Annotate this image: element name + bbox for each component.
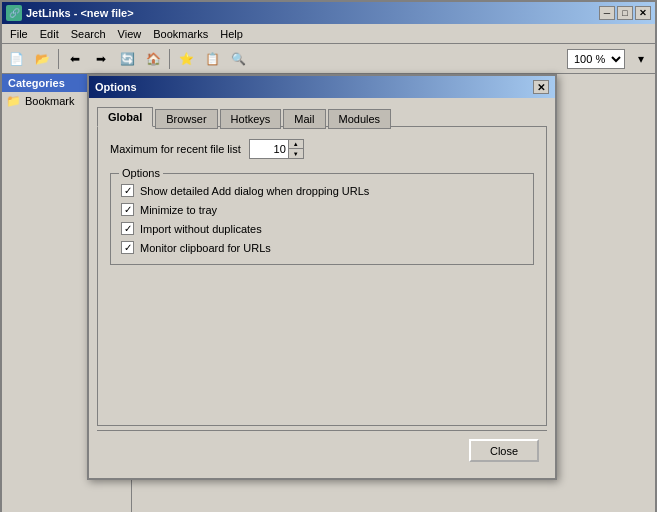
tab-global[interactable]: Global bbox=[97, 107, 153, 127]
checkbox-1[interactable]: ✓ bbox=[121, 203, 134, 216]
checkbox-row-3: ✓ Monitor clipboard for URLs bbox=[121, 241, 523, 254]
checkbox-label-0: Show detailed Add dialog when dropping U… bbox=[140, 185, 369, 197]
spinbox-arrows: ▲ ▼ bbox=[289, 139, 304, 159]
checkbox-label-2: Import without duplicates bbox=[140, 223, 262, 235]
checkbox-2[interactable]: ✓ bbox=[121, 222, 134, 235]
recent-file-row: Maximum for recent file list ▲ ▼ bbox=[110, 139, 534, 159]
checkbox-row-0: ✓ Show detailed Add dialog when dropping… bbox=[121, 184, 523, 197]
checkbox-3[interactable]: ✓ bbox=[121, 241, 134, 254]
modal-overlay: Options ✕ Global Browser Hotkeys Mail Mo… bbox=[2, 2, 655, 510]
checkbox-row-2: ✓ Import without duplicates bbox=[121, 222, 523, 235]
dialog-title-text: Options bbox=[95, 81, 137, 93]
tab-browser[interactable]: Browser bbox=[155, 109, 217, 129]
spin-down-button[interactable]: ▼ bbox=[289, 149, 303, 158]
recent-file-spinbox: ▲ ▼ bbox=[249, 139, 304, 159]
dialog-body: Global Browser Hotkeys Mail Modules Maxi… bbox=[89, 98, 555, 478]
checkbox-0[interactable]: ✓ bbox=[121, 184, 134, 197]
tab-bar: Global Browser Hotkeys Mail Modules bbox=[97, 106, 547, 126]
recent-file-label: Maximum for recent file list bbox=[110, 143, 241, 155]
options-group-label: Options bbox=[119, 167, 163, 179]
dialog-footer: Close bbox=[97, 430, 547, 470]
tab-hotkeys[interactable]: Hotkeys bbox=[220, 109, 282, 129]
tab-mail[interactable]: Mail bbox=[283, 109, 325, 129]
spin-up-button[interactable]: ▲ bbox=[289, 140, 303, 149]
close-dialog-button[interactable]: Close bbox=[469, 439, 539, 462]
dialog-close-icon[interactable]: ✕ bbox=[533, 80, 549, 94]
dialog-title-bar: Options ✕ bbox=[89, 76, 555, 98]
recent-file-input[interactable] bbox=[249, 139, 289, 159]
tab-modules[interactable]: Modules bbox=[328, 109, 392, 129]
options-dialog: Options ✕ Global Browser Hotkeys Mail Mo… bbox=[87, 74, 557, 480]
options-group: Options ✓ Show detailed Add dialog when … bbox=[110, 173, 534, 265]
tab-content-global: Maximum for recent file list ▲ ▼ Options bbox=[97, 126, 547, 426]
main-window: 🔗 JetLinks - <new file> ─ □ ✕ File Edit … bbox=[0, 0, 657, 512]
checkbox-label-1: Minimize to tray bbox=[140, 204, 217, 216]
checkbox-label-3: Monitor clipboard for URLs bbox=[140, 242, 271, 254]
checkbox-row-1: ✓ Minimize to tray bbox=[121, 203, 523, 216]
